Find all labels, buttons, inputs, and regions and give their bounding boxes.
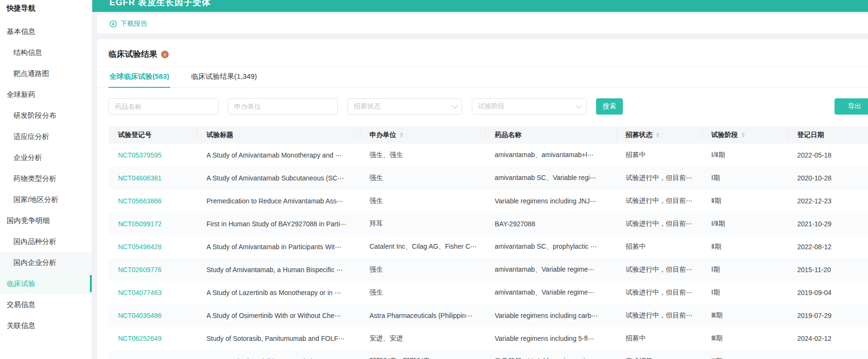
- drug-name-cell: 奥希替尼、Variable regimens inc⋯: [485, 350, 616, 359]
- recruit-status-cell: 试验进行中，但目前⋯: [616, 258, 702, 281]
- trial-id-link[interactable]: NCT06252649: [118, 335, 162, 342]
- table-row: NCT04606381 A Study of Amivantamab Subcu…: [108, 167, 868, 190]
- drug-name-cell: Variable regimens including carb⋯: [485, 304, 616, 327]
- tab-clinical-trial-results[interactable]: 临床试验结果(1,349): [190, 67, 258, 88]
- recruit-status-cell: 试验进行中，但目前⋯: [616, 304, 702, 327]
- trial-phase-cell: Ⅰ期: [702, 258, 788, 281]
- trial-phase-cell: Ⅰ期: [702, 281, 788, 304]
- sidebar-item-country-region-analysis[interactable]: 国家/地区分析: [0, 189, 92, 210]
- trial-id-link[interactable]: NCT05663866: [118, 197, 162, 205]
- drug-name-cell: Variable regimens including JNJ⋯: [485, 190, 616, 212]
- sort-icon[interactable]: ▲▼: [400, 132, 403, 138]
- col-header-trial-phase[interactable]: 试验阶段▲▼: [702, 126, 788, 144]
- trial-title-cell: A Study of Amivantamab Subcutaneous (SC⋯: [197, 167, 360, 190]
- table-header-row: 试验登记号 试验标题 申办单位▲▼ 药品名称 招募状态▲▼ 试验阶段▲▼ 登记日…: [108, 126, 868, 144]
- sponsor-cell: 强生: [360, 258, 485, 281]
- register-date-cell: 2024-02-12: [788, 327, 868, 350]
- sponsor-cell: 强生、强生: [360, 144, 485, 167]
- trial-id-link[interactable]: NCT05498428: [118, 243, 162, 251]
- trial-title-cell: Premedication to Reduce Amivantamab Ass⋯: [197, 190, 360, 212]
- sidebar-item-domestic-company-analysis[interactable]: 国内企业分析: [0, 252, 92, 273]
- recruit-status-cell: 招募中: [616, 327, 702, 350]
- col-header-register-date: 登记日期: [788, 126, 868, 144]
- sidebar-item-domestic-competition-detail[interactable]: 国内竞争明细: [0, 210, 92, 231]
- trial-title-cell: Study of Amivantamab, a Human Bispecific…: [197, 258, 360, 281]
- sponsor-cell: Catalent Inc、Cilag AG、Fisher C⋯: [360, 235, 485, 258]
- trial-id-link[interactable]: NCT05099172: [118, 220, 162, 228]
- trial-title-cell: AZD9291 (Osimertinib) Versus Platinum-Ba…: [197, 350, 360, 359]
- col-header-sponsor[interactable]: 申办单位▲▼: [360, 126, 485, 144]
- sidebar-item-indication-analysis[interactable]: 适应症分析: [0, 126, 92, 147]
- drug-name-input[interactable]: [108, 98, 218, 115]
- sponsor-input[interactable]: [228, 98, 338, 115]
- sidebar-item-target-pathway-map[interactable]: 靶点通路图: [0, 63, 92, 84]
- trial-title-cell: A Study of Amivantamab in Participants W…: [197, 235, 360, 258]
- info-icon[interactable]: i: [161, 51, 169, 58]
- sidebar-item-structure-info[interactable]: 结构信息: [0, 42, 92, 63]
- trial-id-link[interactable]: NCT04077463: [118, 289, 162, 296]
- trial-title-cell: First in Human Study of BAY2927088 in Pa…: [197, 212, 360, 235]
- sidebar-item-domestic-variety-analysis[interactable]: 国内品种分析: [0, 231, 92, 252]
- export-button[interactable]: 导出: [835, 98, 868, 115]
- sidebar-item-drug-type-analysis[interactable]: 药物类型分析: [0, 168, 92, 189]
- clinical-trials-card: 临床试验结果 i 全球临床试验(583) 临床试验结果(1,349) 招募状态 …: [97, 39, 868, 359]
- drug-name-cell: BAY-2927088: [485, 212, 616, 235]
- sort-icon[interactable]: ▲▼: [741, 132, 745, 138]
- sidebar-item-global-new-drugs[interactable]: 全球新药: [0, 84, 92, 105]
- sponsor-cell: 拜耳: [360, 212, 485, 235]
- col-header-trial-title: 试验标题: [197, 126, 360, 144]
- trial-phase-cell: Ⅲ期: [702, 304, 788, 327]
- quick-nav-sidebar: 快捷导航 基本信息 结构信息 靶点通路图 全球新药 研发阶段分布 适应症分析 企…: [0, 0, 92, 359]
- download-report-card: 下载报告: [97, 14, 868, 33]
- drug-name-cell: amivantamab SC、prophylactic ⋯: [485, 235, 616, 258]
- trial-id-link[interactable]: NCT02609776: [118, 266, 162, 274]
- sort-icon[interactable]: ▲▼: [656, 132, 660, 138]
- trial-id-link[interactable]: NCT05379595: [118, 151, 162, 159]
- table-row: NCT05663866 Premedication to Reduce Amiv…: [108, 190, 868, 212]
- trial-phase-cell: Ⅱ期: [702, 190, 788, 212]
- trial-phase-select[interactable]: 试验阶段: [472, 98, 586, 115]
- tab-global-clinical-trials[interactable]: 全球临床试验(583): [108, 67, 170, 88]
- download-report-button[interactable]: 下载报告: [109, 20, 147, 28]
- table-row: NCT02609776 Study of Amivantamab, a Huma…: [108, 258, 868, 281]
- recruit-status-cell: 完成招募: [616, 350, 702, 359]
- sponsor-cell: Astra Pharmaceuticals (Philippin⋯: [360, 304, 485, 327]
- trial-phase-cell: Ⅲ期: [702, 327, 788, 350]
- search-button[interactable]: 搜索: [596, 98, 623, 115]
- table-row: NCT05099172 First in Human Study of BAY2…: [108, 212, 868, 235]
- sidebar-item-transaction-info[interactable]: 交易信息: [0, 294, 92, 315]
- drug-name-cell: amivantamab SC、Variable regi⋯: [485, 167, 616, 190]
- sidebar-item-clinical-trials[interactable]: 临床试验: [0, 273, 92, 294]
- col-header-drug-name: 药品名称: [485, 126, 616, 144]
- recruit-status-cell: 试验进行中，但目前⋯: [616, 167, 702, 190]
- sidebar-item-rd-stage-distribution[interactable]: 研发阶段分布: [0, 105, 92, 126]
- register-date-cell: 2015-11-20: [788, 258, 868, 281]
- recruit-status-cell: 试验进行中，但目前⋯: [616, 190, 702, 212]
- trial-title-cell: Study of Sotorasib, Panitumumab and FOLF…: [197, 327, 360, 350]
- sidebar-item-basic-info[interactable]: 基本信息: [0, 21, 92, 42]
- table-body: NCT05379595 A Study of Amivantamab Monot…: [108, 144, 868, 359]
- sponsor-cell: 强生: [360, 167, 485, 190]
- register-date-cell: 2019-09-04: [788, 281, 868, 304]
- recruit-status-cell: 招募中: [616, 235, 702, 258]
- recruit-status-select[interactable]: 招募状态: [347, 98, 462, 115]
- chevron-down-icon: [452, 103, 458, 109]
- trial-title-cell: A Study of Osimertinib With or Without C…: [197, 304, 360, 327]
- col-header-recruit-status[interactable]: 招募状态▲▼: [616, 126, 702, 144]
- trials-table: 试验登记号 试验标题 申办单位▲▼ 药品名称 招募状态▲▼ 试验阶段▲▼ 登记日…: [108, 126, 868, 359]
- sidebar-item-related-info[interactable]: 关联信息: [0, 315, 92, 336]
- trial-phase-cell: Ⅰ/Ⅱ期: [702, 144, 788, 167]
- drug-name-cell: Variable regimens including 5-fl⋯: [485, 327, 616, 350]
- app-window: 快捷导航 基本信息 结构信息 靶点通路图 全球新药 研发阶段分布 适应症分析 企…: [0, 0, 868, 359]
- trial-title-cell: A Study of Lazertinib as Monotherapy or …: [197, 281, 360, 304]
- trial-id-link[interactable]: NCT04035486: [118, 312, 162, 319]
- register-date-cell: 2020-10-28: [788, 167, 868, 190]
- register-date-cell: 2022-08-12: [788, 235, 868, 258]
- trial-id-link[interactable]: NCT04606381: [118, 174, 162, 182]
- register-date-cell: 2022-12-23: [788, 190, 868, 212]
- table-row: NCT05379595 A Study of Amivantamab Monot…: [108, 144, 868, 167]
- recruit-status-cell: 试验进行中，但目前⋯: [616, 281, 702, 304]
- sidebar-item-company-analysis[interactable]: 企业分析: [0, 147, 92, 168]
- trial-phase-cell: Ⅰ/Ⅱ期: [702, 212, 788, 235]
- register-date-cell: 2019-07-29: [788, 304, 868, 327]
